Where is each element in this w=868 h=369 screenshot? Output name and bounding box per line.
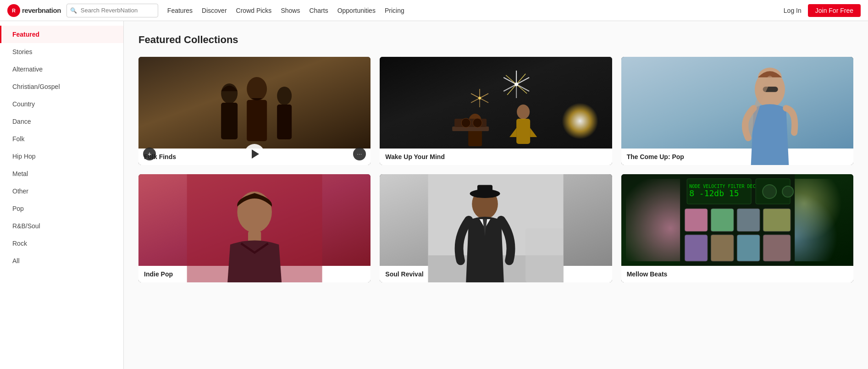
svg-rect-26: [452, 127, 489, 131]
svg-rect-57: [711, 235, 734, 261]
svg-rect-31: [516, 119, 530, 144]
play-icon-folk: [252, 149, 259, 159]
collection-card-wake[interactable]: Wake Up Your Mind: [380, 57, 612, 165]
nav-link-features[interactable]: Features: [167, 7, 193, 14]
svg-point-23: [478, 97, 481, 99]
sidebar-item-alternative[interactable]: Alternative: [0, 61, 123, 78]
svg-point-16: [514, 83, 518, 86]
svg-line-14: [507, 84, 516, 95]
sidebar-item-featured[interactable]: Featured: [0, 26, 123, 43]
svg-rect-44: [477, 185, 492, 195]
nav-link-opportunities[interactable]: Opportunities: [337, 7, 376, 14]
sidebar-item-all[interactable]: All: [0, 252, 123, 270]
card-image-indie: [138, 174, 370, 266]
svg-line-12: [516, 74, 525, 84]
sidebar-item-metal[interactable]: Metal: [0, 165, 123, 182]
log-in-link[interactable]: Log In: [784, 7, 802, 14]
sidebar-item-rock[interactable]: Rock: [0, 235, 123, 252]
sidebar-item-christian-gospel[interactable]: Christian/Gospel: [0, 78, 123, 95]
page-title: Featured Collections: [138, 34, 853, 46]
search-icon: 🔍: [70, 7, 77, 14]
sidebar-item-dance[interactable]: Dance: [0, 113, 123, 130]
play-button-folk[interactable]: [244, 144, 265, 164]
collection-card-soul[interactable]: Soul Revival: [380, 174, 612, 282]
collection-card-indie[interactable]: Indie Pop: [138, 174, 370, 282]
svg-rect-3: [247, 100, 267, 141]
sidebar-item-rnb-soul[interactable]: R&B/Soul: [0, 217, 123, 235]
svg-rect-58: [737, 235, 760, 261]
search-input[interactable]: [66, 4, 158, 17]
sidebar: Featured Stories Alternative Christian/G…: [0, 21, 124, 369]
card-image-mellow: NODE VELOCITY FILTER DECAY 8 -12db 15: [621, 174, 853, 266]
nav-link-charts[interactable]: Charts: [309, 7, 328, 14]
card-more-button-folk[interactable]: ···: [353, 148, 366, 160]
navbar: R reverbnation 🔍 Features Discover Crowd…: [0, 0, 868, 21]
svg-line-22: [471, 94, 480, 98]
card-add-button-folk[interactable]: +: [143, 148, 156, 160]
svg-point-30: [517, 105, 530, 119]
join-button[interactable]: Join For Free: [808, 4, 861, 17]
card-image-soul: [380, 174, 612, 266]
svg-rect-59: [763, 235, 791, 261]
card-image-wake: [380, 57, 612, 149]
nav-links: Features Discover Crowd Picks Shows Char…: [167, 7, 784, 14]
svg-rect-52: [685, 209, 708, 231]
nav-link-pricing[interactable]: Pricing: [385, 7, 404, 14]
main-layout: Featured Stories Alternative Christian/G…: [0, 21, 868, 369]
svg-point-28: [461, 118, 470, 127]
svg-rect-1: [221, 103, 238, 139]
svg-line-7: [516, 77, 529, 84]
svg-line-10: [503, 84, 516, 91]
collection-card-pop[interactable]: The Come Up: Pop: [621, 57, 853, 165]
logo[interactable]: R reverbnation: [7, 4, 61, 17]
svg-rect-56: [685, 235, 708, 261]
nav-link-shows[interactable]: Shows: [281, 7, 300, 14]
logo-icon: R: [7, 4, 20, 17]
svg-line-21: [471, 98, 480, 103]
sidebar-item-other[interactable]: Other: [0, 182, 123, 200]
nav-right: Log In Join For Free: [784, 4, 861, 17]
sidebar-item-pop[interactable]: Pop: [0, 200, 123, 217]
svg-point-50: [763, 185, 776, 198]
card-label-mellow: Mellow Beats: [621, 266, 853, 282]
content-area: Featured Collections: [124, 21, 868, 369]
card-actions-folk: + ···: [143, 148, 366, 160]
svg-point-51: [782, 186, 793, 197]
svg-point-29: [473, 118, 482, 127]
collection-card-folk-finds[interactable]: + ··· Folk Finds: [138, 57, 370, 165]
card-image-folk: [138, 57, 370, 149]
svg-rect-41: [525, 228, 564, 282]
card-label-wake: Wake Up Your Mind: [380, 149, 612, 165]
svg-point-4: [277, 87, 292, 105]
svg-rect-53: [711, 209, 734, 231]
svg-rect-5: [277, 105, 292, 139]
nav-link-crowd-picks[interactable]: Crowd Picks: [236, 7, 272, 14]
svg-point-2: [247, 77, 267, 101]
sidebar-item-hip-hop[interactable]: Hip Hop: [0, 148, 123, 165]
search-wrap: 🔍: [66, 4, 158, 17]
svg-rect-54: [737, 209, 760, 231]
nav-link-discover[interactable]: Discover: [202, 7, 227, 14]
svg-line-19: [480, 98, 488, 103]
collections-grid: + ··· Folk Finds: [138, 57, 853, 282]
collection-card-mellow[interactable]: NODE VELOCITY FILTER DECAY 8 -12db 15: [621, 174, 853, 282]
logo-text: reverbnation: [22, 6, 61, 14]
svg-text:8   -12db   15: 8 -12db 15: [689, 188, 739, 198]
sidebar-item-folk[interactable]: Folk: [0, 130, 123, 148]
card-image-pop: [621, 57, 853, 149]
svg-rect-55: [763, 209, 791, 231]
sidebar-item-country[interactable]: Country: [0, 95, 123, 113]
svg-line-18: [480, 94, 488, 98]
sidebar-item-stories[interactable]: Stories: [0, 43, 123, 61]
